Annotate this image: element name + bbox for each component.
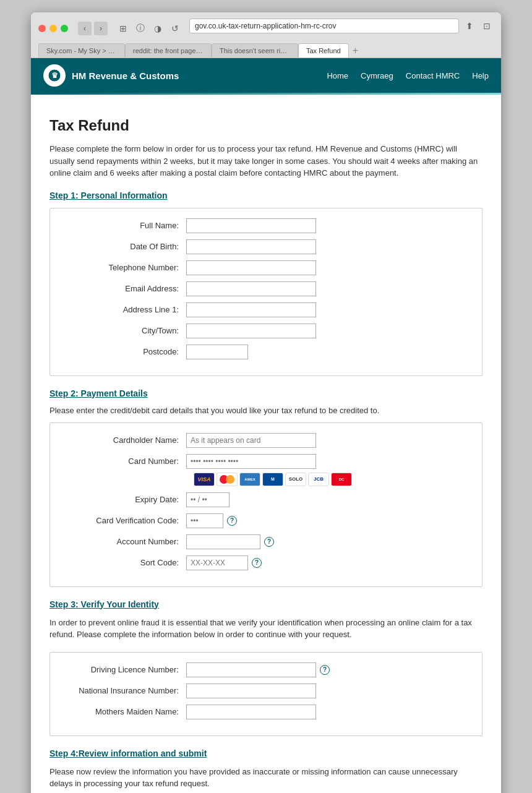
label-cardnumber: Card Number: bbox=[62, 457, 186, 466]
tab-tax-refund[interactable]: Tax Refund bbox=[298, 43, 349, 58]
intro-text: Please complete the form below in order … bbox=[49, 143, 483, 179]
label-city: City/Town: bbox=[62, 326, 186, 335]
mastercard-icon bbox=[217, 473, 238, 486]
label-fullname: Full Name: bbox=[62, 221, 186, 230]
step4-intro: Please now review the information you ha… bbox=[49, 766, 483, 790]
step2-subtext: Please enter the credit/debit card detai… bbox=[49, 406, 483, 415]
form-row-address: Address Line 1: bbox=[62, 302, 470, 317]
tab-reddit[interactable]: reddit: the front page of the... bbox=[125, 43, 212, 58]
close-dot[interactable] bbox=[38, 25, 46, 32]
input-expiry[interactable] bbox=[186, 492, 230, 507]
form-row-cvv: Card Verification Code: ? bbox=[62, 513, 470, 528]
label-postcode: Postcode: bbox=[62, 347, 186, 356]
input-city[interactable] bbox=[186, 324, 316, 338]
form-row-cardholder: Cardholder Name: bbox=[62, 433, 470, 448]
label-account: Account Number: bbox=[62, 537, 186, 546]
form-row-dob: Date Of Birth: bbox=[62, 239, 470, 254]
back-button[interactable]: ‹ bbox=[78, 22, 92, 35]
form-row-account: Account Number: ? bbox=[62, 534, 470, 549]
cvv-help-icon[interactable]: ? bbox=[227, 516, 237, 526]
theme-button[interactable]: ◑ bbox=[151, 22, 165, 35]
drivinglicence-help-icon[interactable]: ? bbox=[320, 665, 330, 675]
label-address: Address Line 1: bbox=[62, 305, 186, 314]
browser-window: ‹ › ⊞ ⓘ ◑ ↺ ⬆ ⊡ Sky.com - My Sky > Bills… bbox=[31, 12, 501, 793]
form-row-drivinglicence: Driving Licence Number: ? bbox=[62, 662, 470, 677]
info-button[interactable]: ⓘ bbox=[134, 22, 147, 35]
form-row-fullname: Full Name: bbox=[62, 218, 470, 233]
jcb-icon: JCB bbox=[308, 473, 329, 486]
browser-tabs: Sky.com - My Sky > Bills &... reddit: th… bbox=[38, 43, 494, 58]
form-row-cardnumber: Card Number: VISA AMEX M SOLO JCB DC bbox=[62, 454, 470, 486]
input-cvv[interactable] bbox=[186, 513, 223, 528]
visa-icon: VISA bbox=[194, 473, 215, 486]
form-row-telephone: Telephone Number: bbox=[62, 260, 470, 275]
reload-button[interactable]: ↺ bbox=[168, 22, 182, 35]
input-dob[interactable] bbox=[186, 239, 316, 254]
cardnumber-inline: Card Number: bbox=[62, 454, 470, 469]
dc-icon: DC bbox=[331, 473, 352, 486]
input-telephone[interactable] bbox=[186, 260, 316, 275]
page-body: Tax Refund Please complete the form belo… bbox=[31, 95, 501, 793]
svg-text:♛: ♛ bbox=[51, 71, 58, 80]
browser-nav-buttons: ‹ › bbox=[78, 22, 108, 35]
share-button[interactable]: ⬆ bbox=[463, 19, 476, 33]
tab-doesnt-seem[interactable]: This doesn't seem right, :... bbox=[212, 43, 298, 58]
sidebar-button[interactable]: ⊡ bbox=[480, 19, 494, 33]
hmrc-logo-text: HM Revenue & Customs bbox=[72, 71, 179, 81]
amex-icon: AMEX bbox=[239, 473, 260, 486]
maestro-icon: M bbox=[262, 473, 283, 486]
form-row-email: Email Address: bbox=[62, 281, 470, 296]
step1-section: Full Name: Date Of Birth: Telephone Numb… bbox=[49, 208, 483, 376]
input-fullname[interactable] bbox=[186, 218, 316, 233]
form-row-postcode: Postcode: bbox=[62, 345, 470, 359]
solo-icon: SOLO bbox=[285, 473, 306, 486]
label-drivinglicence: Driving Licence Number: bbox=[62, 665, 186, 674]
label-expiry: Expiry Date: bbox=[62, 495, 186, 504]
input-mothersmaidenname[interactable] bbox=[186, 705, 316, 719]
new-tab-button[interactable]: + bbox=[349, 45, 362, 56]
form-row-expiry: Expiry Date: bbox=[62, 492, 470, 507]
hmrc-logo: ♛ HM Revenue & Customs bbox=[43, 64, 179, 87]
input-postcode[interactable] bbox=[186, 345, 248, 359]
minimize-dot[interactable] bbox=[49, 25, 57, 32]
sort-help-icon[interactable]: ? bbox=[252, 558, 262, 568]
browser-content: ♛ HM Revenue & Customs Home Cymraeg Cont… bbox=[31, 58, 501, 793]
label-cardholder: Cardholder Name: bbox=[62, 435, 186, 445]
browser-icons: ⊞ ⓘ ◑ ↺ bbox=[116, 22, 182, 35]
step3-intro: In order to prevent online fraud it is e… bbox=[49, 617, 483, 641]
label-ninumber: National Insurance Number: bbox=[62, 686, 186, 695]
input-sort[interactable] bbox=[186, 555, 248, 570]
label-telephone: Telephone Number: bbox=[62, 263, 186, 272]
label-mothersmaidenname: Mothers Maiden Name: bbox=[62, 707, 186, 716]
step2-section: Cardholder Name: Card Number: VISA bbox=[49, 422, 483, 587]
form-row-city: City/Town: bbox=[62, 324, 470, 338]
input-email[interactable] bbox=[186, 281, 316, 296]
label-email: Email Address: bbox=[62, 284, 186, 293]
nav-home[interactable]: Home bbox=[327, 71, 348, 80]
hmrc-logo-icon: ♛ bbox=[43, 64, 66, 87]
card-icons: VISA AMEX M SOLO JCB DC bbox=[194, 473, 470, 486]
nav-help[interactable]: Help bbox=[472, 71, 489, 80]
browser-titlebar: ‹ › ⊞ ⓘ ◑ ↺ ⬆ ⊡ Sky.com - My Sky > Bills… bbox=[31, 12, 501, 58]
view-button[interactable]: ⊞ bbox=[116, 22, 130, 35]
hmrc-header: ♛ HM Revenue & Customs Home Cymraeg Cont… bbox=[31, 58, 501, 93]
account-help-icon[interactable]: ? bbox=[264, 537, 274, 547]
step2-heading: Step 2: Payment Details bbox=[49, 388, 483, 398]
form-row-sort: Sort Code: ? bbox=[62, 555, 470, 570]
form-row-mothersmaidenname: Mothers Maiden Name: bbox=[62, 705, 470, 719]
step1-heading: Step 1: Personal Information bbox=[49, 191, 483, 200]
nav-contact[interactable]: Contact HMRC bbox=[406, 71, 460, 80]
input-ninumber[interactable] bbox=[186, 684, 316, 698]
input-address[interactable] bbox=[186, 302, 316, 317]
forward-button[interactable]: › bbox=[94, 22, 108, 35]
address-bar[interactable] bbox=[189, 19, 459, 33]
input-cardholder[interactable] bbox=[186, 433, 316, 448]
input-drivinglicence[interactable] bbox=[186, 662, 316, 677]
tab-sky[interactable]: Sky.com - My Sky > Bills &... bbox=[38, 43, 125, 58]
input-account[interactable] bbox=[186, 534, 260, 549]
page-title: Tax Refund bbox=[49, 117, 483, 134]
maximize-dot[interactable] bbox=[61, 25, 68, 32]
input-cardnumber[interactable] bbox=[186, 454, 316, 469]
hmrc-nav: Home Cymraeg Contact HMRC Help bbox=[327, 71, 489, 80]
nav-cymraeg[interactable]: Cymraeg bbox=[361, 71, 393, 80]
